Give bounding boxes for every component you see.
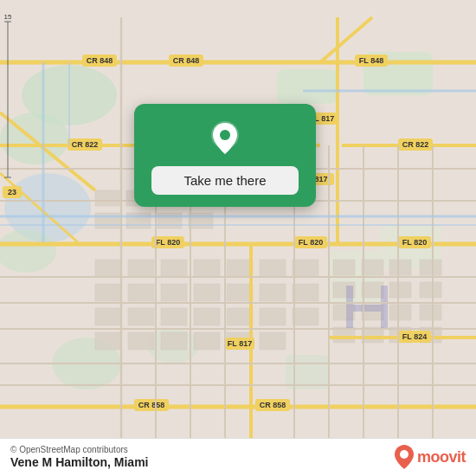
svg-rect-16 xyxy=(227,260,253,277)
svg-rect-50 xyxy=(420,305,441,320)
svg-rect-41 xyxy=(389,260,411,275)
svg-rect-20 xyxy=(128,284,154,301)
svg-rect-30 xyxy=(227,308,253,325)
bottom-left-info: © OpenStreetMap contributors Vene M Hami… xyxy=(10,445,149,469)
svg-rect-34 xyxy=(128,332,154,350)
svg-rect-15 xyxy=(194,260,220,277)
pin-icon xyxy=(206,119,244,158)
svg-text:CR 858: CR 858 xyxy=(138,401,165,409)
svg-rect-44 xyxy=(362,282,383,298)
svg-rect-38 xyxy=(260,332,286,350)
svg-rect-31 xyxy=(260,308,286,325)
svg-rect-35 xyxy=(161,332,187,350)
svg-rect-14 xyxy=(161,260,187,277)
svg-rect-55 xyxy=(95,190,119,206)
osm-attribution: © OpenStreetMap contributors xyxy=(10,445,149,454)
map-roads: CR 848 CR 848 FL 848 CR 822 CR 822 FL 81… xyxy=(0,0,476,476)
bottom-bar: © OpenStreetMap contributors Vene M Hami… xyxy=(0,438,476,476)
svg-rect-40 xyxy=(362,260,383,275)
svg-rect-27 xyxy=(128,308,154,325)
svg-rect-32 xyxy=(293,308,318,325)
svg-rect-17 xyxy=(260,260,286,277)
svg-text:15: 15 xyxy=(4,13,12,21)
svg-text:FL 820: FL 820 xyxy=(156,238,180,247)
svg-rect-19 xyxy=(95,284,121,301)
svg-rect-12 xyxy=(95,260,121,277)
svg-rect-22 xyxy=(194,284,220,301)
svg-text:FL 817: FL 817 xyxy=(228,339,252,348)
svg-text:FL 824: FL 824 xyxy=(402,332,427,341)
svg-text:CR 822: CR 822 xyxy=(72,140,99,149)
svg-rect-18 xyxy=(293,260,318,277)
take-me-there-button[interactable]: Take me there xyxy=(151,166,299,195)
moovit-logo: moovit xyxy=(395,445,466,469)
svg-text:FL 820: FL 820 xyxy=(402,238,427,247)
svg-rect-21 xyxy=(161,284,187,301)
svg-rect-33 xyxy=(95,332,121,350)
svg-rect-65 xyxy=(346,305,388,312)
svg-rect-23 xyxy=(227,284,253,301)
moovit-pin-icon xyxy=(395,445,414,469)
svg-rect-39 xyxy=(333,260,355,275)
svg-rect-42 xyxy=(420,260,441,275)
svg-rect-29 xyxy=(194,308,220,325)
svg-rect-26 xyxy=(95,308,121,325)
svg-rect-24 xyxy=(260,284,286,301)
svg-text:FL 820: FL 820 xyxy=(299,238,323,247)
svg-rect-13 xyxy=(128,260,154,277)
svg-rect-36 xyxy=(194,332,220,350)
svg-point-129 xyxy=(220,130,230,140)
svg-point-134 xyxy=(400,450,408,459)
map-container: CR 848 CR 848 FL 848 CR 822 CR 822 FL 81… xyxy=(0,0,476,476)
map-scale: 15 xyxy=(3,9,13,424)
svg-text:CR 848: CR 848 xyxy=(173,56,200,65)
svg-rect-3 xyxy=(277,69,338,104)
svg-rect-49 xyxy=(389,305,411,320)
svg-text:FL 848: FL 848 xyxy=(359,56,383,65)
svg-text:CR 858: CR 858 xyxy=(260,401,286,409)
svg-rect-25 xyxy=(293,284,318,301)
svg-text:817: 817 xyxy=(314,175,327,183)
svg-text:CR 848: CR 848 xyxy=(87,56,113,65)
svg-rect-28 xyxy=(161,308,187,325)
moovit-brand-text: moovit xyxy=(417,448,466,466)
svg-rect-45 xyxy=(389,282,411,298)
svg-rect-46 xyxy=(420,282,441,298)
location-card: Take me there xyxy=(134,104,316,207)
place-name: Vene M Hamilton, Miami xyxy=(10,455,149,469)
svg-text:CR 822: CR 822 xyxy=(402,140,429,149)
